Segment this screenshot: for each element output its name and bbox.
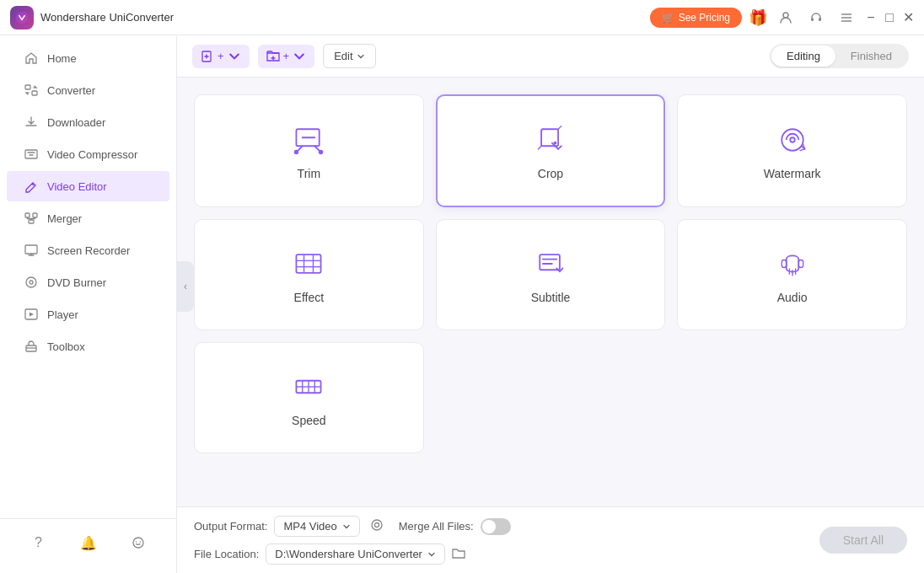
bottom-rows: Output Format: MP4 Video — [194, 516, 803, 565]
feedback-icon[interactable] — [126, 531, 150, 554]
svg-point-15 — [30, 281, 33, 284]
crop-icon — [532, 121, 569, 158]
maximize-button[interactable]: □ — [884, 12, 895, 24]
grid-container: Trim Crop — [194, 94, 907, 453]
grid-area: Trim Crop — [177, 78, 924, 506]
svg-point-19 — [133, 538, 143, 548]
svg-point-27 — [554, 142, 557, 145]
add-file-button[interactable]: + — [192, 45, 250, 68]
trim-card[interactable]: Trim — [194, 94, 424, 207]
file-location-select[interactable]: D:\Wondershare UniConverter — [266, 544, 445, 565]
add-folder-button[interactable]: + — [258, 45, 315, 68]
folder-open-icon[interactable] — [452, 546, 465, 562]
svg-point-28 — [782, 129, 803, 150]
edit-icon — [24, 179, 39, 194]
svg-point-43 — [372, 520, 382, 530]
svg-point-14 — [26, 277, 36, 287]
sidebar: Home Converter Downloader — [0, 35, 177, 573]
player-icon — [24, 307, 39, 322]
merger-icon — [24, 211, 39, 226]
cart-icon: 🛒 — [662, 12, 674, 24]
toolbar: + + Edit — [177, 35, 924, 78]
content-area: + + Edit — [177, 35, 924, 573]
converter-icon — [24, 83, 39, 98]
output-format-label: Output Format: — [194, 520, 267, 533]
subtitle-card[interactable]: Subtitle — [436, 219, 666, 330]
effect-label: Effect — [294, 291, 325, 304]
sidebar-item-toolbox[interactable]: Toolbox — [7, 331, 169, 361]
gift-icon[interactable]: 🎁 — [749, 8, 767, 27]
title-bar: Wondershare UniConverter 🛒 See Pricing 🎁 — [0, 0, 924, 35]
file-location-label: File Location: — [194, 548, 259, 560]
close-button[interactable]: ✕ — [902, 12, 914, 24]
svg-point-1 — [783, 13, 788, 18]
svg-point-21 — [139, 541, 141, 543]
svg-rect-3 — [819, 18, 821, 21]
bottom-bar: Output Format: MP4 Video — [177, 506, 924, 573]
audio-label: Audio — [777, 291, 808, 304]
crop-card[interactable]: Crop — [436, 94, 666, 207]
bell-icon[interactable]: 🔔 — [77, 531, 100, 554]
sidebar-item-downloader[interactable]: Downloader — [7, 107, 169, 137]
sidebar-item-converter[interactable]: Converter — [7, 75, 169, 105]
svg-rect-13 — [25, 245, 37, 254]
settings-icon[interactable] — [370, 518, 384, 534]
sidebar-collapse-button[interactable]: ‹ — [177, 261, 194, 312]
sidebar-item-merger[interactable]: Merger — [7, 203, 169, 233]
see-pricing-button[interactable]: 🛒 See Pricing — [650, 8, 742, 28]
sidebar-item-player[interactable]: Player — [7, 299, 169, 329]
app-title-text: Wondershare UniConverter — [40, 11, 650, 24]
subtitle-icon — [532, 245, 569, 282]
headphone-icon-button[interactable] — [804, 6, 828, 29]
svg-rect-30 — [297, 254, 321, 273]
sidebar-item-dvd-burner[interactable]: DVD Burner — [7, 267, 169, 297]
crop-label: Crop — [538, 167, 563, 180]
effect-icon — [290, 245, 327, 282]
sidebar-item-home[interactable]: Home — [7, 43, 169, 73]
menu-icon-button[interactable] — [835, 6, 858, 29]
user-icon-button[interactable] — [774, 6, 798, 29]
tab-finished-button[interactable]: Finished — [835, 46, 907, 67]
merge-toggle[interactable] — [481, 518, 511, 535]
watermark-card[interactable]: Watermark — [677, 94, 907, 207]
svg-point-25 — [319, 150, 323, 154]
edit-dropdown-button[interactable]: Edit — [323, 44, 375, 68]
svg-rect-2 — [811, 18, 814, 21]
svg-rect-11 — [33, 213, 37, 217]
svg-rect-8 — [32, 91, 37, 95]
start-all-button[interactable]: Start All — [819, 527, 907, 554]
svg-rect-12 — [29, 220, 34, 223]
add-folder-label: + — [283, 50, 290, 62]
toolbox-icon — [24, 339, 39, 354]
speed-label: Speed — [292, 414, 325, 427]
sidebar-item-video-compressor[interactable]: Video Compressor — [7, 139, 169, 169]
help-icon[interactable]: ? — [27, 531, 51, 554]
sidebar-item-screen-recorder[interactable]: Screen Recorder — [7, 235, 169, 265]
watermark-icon — [774, 121, 811, 158]
file-location-row: File Location: D:\Wondershare UniConvert… — [194, 544, 803, 565]
svg-rect-7 — [25, 85, 30, 89]
sidebar-bottom: ? 🔔 — [0, 518, 176, 566]
speed-card[interactable]: Speed — [194, 342, 424, 453]
output-format-value: MP4 Video — [283, 520, 336, 533]
merge-row: Merge All Files: — [399, 518, 511, 535]
watermark-label: Watermark — [764, 167, 821, 180]
tab-editing-button[interactable]: Editing — [771, 46, 835, 67]
subtitle-label: Subtitle — [531, 291, 571, 304]
svg-rect-35 — [540, 254, 560, 270]
audio-card[interactable]: Audio — [677, 219, 907, 330]
title-bar-actions: 🛒 See Pricing 🎁 − □ ✕ — [650, 6, 914, 29]
main-layout: Home Converter Downloader — [0, 35, 924, 573]
sidebar-item-video-editor[interactable]: Video Editor — [7, 171, 169, 201]
minimize-button[interactable]: − — [865, 12, 877, 24]
svg-rect-9 — [25, 150, 37, 158]
merge-label: Merge All Files: — [399, 520, 474, 533]
svg-rect-10 — [25, 213, 30, 217]
trim-label: Trim — [298, 167, 320, 180]
home-icon — [24, 51, 39, 66]
output-format-select[interactable]: MP4 Video — [274, 516, 359, 537]
app-logo — [10, 6, 34, 29]
tab-switcher: Editing Finished — [770, 44, 909, 68]
effect-card[interactable]: Effect — [194, 219, 424, 330]
svg-point-29 — [790, 137, 794, 142]
